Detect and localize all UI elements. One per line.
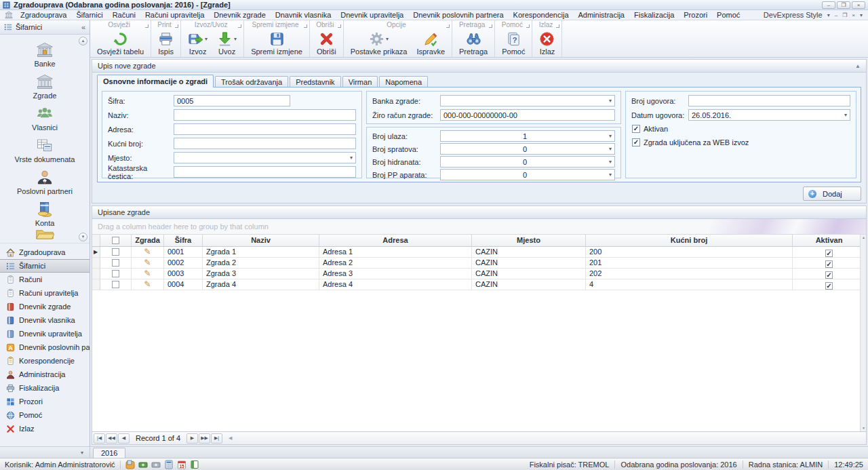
- shortcut-poslovni-partneri[interactable]: Poslovni partneri: [0, 166, 90, 198]
- cell-mjesto[interactable]: CAZIN: [472, 258, 586, 269]
- cell-aktivan[interactable]: ✓: [793, 279, 866, 290]
- select-all-checkbox[interactable]: [112, 237, 119, 244]
- dropdown-icon[interactable]: ▾: [347, 155, 353, 161]
- edit-pencil-icon[interactable]: ✎: [144, 247, 151, 256]
- dropdown-icon[interactable]: ▾: [842, 112, 847, 118]
- tab-trosak-odrzavanja[interactable]: Trošak održavanja: [215, 76, 288, 87]
- row-checkbox[interactable]: [112, 248, 119, 256]
- broj-hidranata-spinner[interactable]: 0▾: [440, 156, 615, 168]
- column-header-zgrada[interactable]: Zgrada: [132, 235, 164, 247]
- dropdown-icon[interactable]: ▾: [386, 36, 389, 42]
- scroll-up-arrow[interactable]: ▲: [861, 235, 866, 241]
- tab-osnovne-informacije[interactable]: Osnovne informacije o zgradi: [97, 75, 214, 87]
- menu-dnevnik-upravitelja[interactable]: Dnevnik upravitelja: [336, 11, 408, 19]
- exit-button[interactable]: Izlaz: [534, 29, 559, 57]
- cell-kucni-broj[interactable]: 4: [586, 279, 793, 290]
- column-header-sifra[interactable]: Šifra: [164, 235, 203, 247]
- cell-adresa[interactable]: Adresa 2: [319, 258, 472, 269]
- cell-sifra[interactable]: 0001: [164, 247, 203, 258]
- mdi-tab-2016[interactable]: 2016: [93, 448, 125, 458]
- nav-item-dnevnik-upravitelja[interactable]: Dnevnik upravitelja: [0, 327, 90, 340]
- print-button[interactable]: Ispis: [153, 29, 178, 57]
- close-button[interactable]: ×: [852, 1, 865, 9]
- spinner-dropdown-icon[interactable]: ▾: [606, 133, 612, 139]
- table-row[interactable]: ✎ 0003 Zgrada 3 Adresa 3 CAZIN 202 ✓: [92, 269, 866, 279]
- table-row[interactable]: ✎ 0004 Zgrada 4 Adresa 4 CAZIN 4 ✓: [92, 279, 866, 290]
- nav-item-racuni[interactable]: Računi: [0, 273, 90, 286]
- dropdown-icon[interactable]: ▾: [234, 36, 237, 42]
- aktivan-checkbox[interactable]: ✓: [825, 260, 833, 268]
- group-by-panel[interactable]: Drag a column header here to group by th…: [92, 219, 866, 235]
- add-button[interactable]: + Dodaj: [803, 187, 861, 201]
- shortcut-zgrade[interactable]: Zgrade: [0, 71, 90, 102]
- shortcut-vrste-dokumenata[interactable]: Vrste dokumenata: [0, 134, 90, 166]
- row-select-cell[interactable]: [100, 247, 132, 258]
- cell-sifra[interactable]: 0003: [164, 269, 203, 279]
- cell-kucni-broj[interactable]: 201: [586, 258, 793, 269]
- menu-dnavnik-vlasnika[interactable]: Dnavnik vlasnika: [271, 11, 336, 19]
- cell-sifra[interactable]: 0002: [164, 258, 203, 269]
- edit-cell[interactable]: ✎: [132, 279, 164, 290]
- aktivan-checkbox[interactable]: ✓: [825, 250, 833, 257]
- menu-fiskalizacija[interactable]: Fiskalizacija: [629, 11, 679, 19]
- menu-administracija[interactable]: Administracija: [574, 11, 629, 19]
- shortcut-banke[interactable]: Banke: [0, 39, 90, 71]
- cell-adresa[interactable]: Adresa 1: [319, 247, 472, 258]
- cell-mjesto[interactable]: CAZIN: [472, 269, 586, 279]
- cell-aktivan[interactable]: ✓: [793, 247, 866, 258]
- calendar-red-icon[interactable]: 15: [177, 460, 186, 469]
- broj-ulaza-spinner[interactable]: 1▾: [440, 130, 615, 142]
- scroll-down-arrow[interactable]: ▼: [861, 425, 866, 431]
- nav-item-racuni-upravitelja[interactable]: Računi upravitelja: [0, 286, 90, 300]
- broj-ugovora-input[interactable]: [688, 95, 850, 106]
- note-icon[interactable]: [125, 460, 135, 469]
- nav-item-administracija[interactable]: Administracija: [0, 368, 90, 381]
- nav-item-sifarnici[interactable]: Šifarnici: [0, 259, 90, 273]
- row-select-cell[interactable]: [100, 269, 132, 279]
- nav-first-button[interactable]: |◀: [94, 433, 105, 444]
- vertical-scrollbar[interactable]: ▲ ▼: [860, 235, 866, 431]
- nav-last-button[interactable]: ▶|: [211, 433, 222, 444]
- datum-ugovora-dropdown[interactable]: 26.05.2016.▾: [688, 109, 850, 121]
- shortcuts-scroll-down-button[interactable]: ▼: [79, 233, 87, 241]
- toolbar-options-dropdown-icon[interactable]: ▾: [860, 12, 863, 18]
- maximize-button[interactable]: ❐: [837, 1, 850, 9]
- kucni-broj-input[interactable]: [174, 138, 356, 149]
- menu-pomoc[interactable]: Pomoć: [712, 11, 745, 19]
- aktivan-checkbox[interactable]: ✓: [825, 271, 833, 279]
- column-header-naziv[interactable]: Naziv: [203, 235, 319, 247]
- menu-korespondencija[interactable]: Korespondencija: [509, 11, 574, 19]
- mdi-minimize-button[interactable]: –: [835, 12, 837, 18]
- broj-spratova-spinner[interactable]: 0▾: [440, 143, 615, 155]
- edit-cell[interactable]: ✎: [132, 269, 164, 279]
- edit-pencil-icon[interactable]: ✎: [144, 279, 151, 289]
- adresa-input[interactable]: [174, 123, 356, 135]
- nav-item-pomoc[interactable]: Pomoć: [0, 408, 90, 422]
- menu-zgradouprava[interactable]: Zgradouprava: [16, 11, 72, 19]
- aktivan-checkbox[interactable]: ✓: [632, 125, 640, 133]
- cell-naziv[interactable]: Zgrada 4: [203, 279, 319, 290]
- style-selector-dropdown-icon[interactable]: ▾: [827, 12, 830, 18]
- mdi-restore-button[interactable]: ❐: [842, 12, 847, 18]
- select-all-header[interactable]: [100, 235, 132, 247]
- naziv-input[interactable]: [174, 109, 356, 121]
- menu-racuni[interactable]: Računi: [108, 11, 140, 19]
- display-settings-button[interactable]: ▾ Postavke prikaza: [346, 29, 412, 57]
- nav-item-dnevnik-zgrade[interactable]: Dnevnik zgrade: [0, 300, 90, 313]
- cell-sifra[interactable]: 0004: [164, 279, 203, 290]
- menu-sifarnici[interactable]: Šifarnici: [72, 11, 108, 19]
- dropdown-icon[interactable]: ▾: [205, 36, 208, 42]
- dropdown-icon[interactable]: ▾: [606, 98, 612, 104]
- banka-zgrade-dropdown[interactable]: ▾: [440, 95, 615, 106]
- mjesto-dropdown[interactable]: ▾: [174, 152, 356, 163]
- calculator-icon[interactable]: [164, 460, 174, 469]
- cell-mjesto[interactable]: CAZIN: [472, 279, 586, 290]
- ziro-racun-input[interactable]: 000-000-00000000-00: [440, 109, 615, 121]
- import-button[interactable]: ▾ Uvoz: [212, 29, 241, 57]
- row-checkbox[interactable]: [112, 281, 119, 288]
- aktivan-checkbox-row[interactable]: ✓ Aktivan: [626, 122, 856, 136]
- nav-next-page-button[interactable]: ▶▶: [199, 433, 210, 444]
- save-changes-button[interactable]: Spremi izmjene: [246, 29, 307, 57]
- style-selector[interactable]: DevExpress Style: [764, 11, 823, 19]
- help-button[interactable]: ? Pomoć: [497, 29, 530, 57]
